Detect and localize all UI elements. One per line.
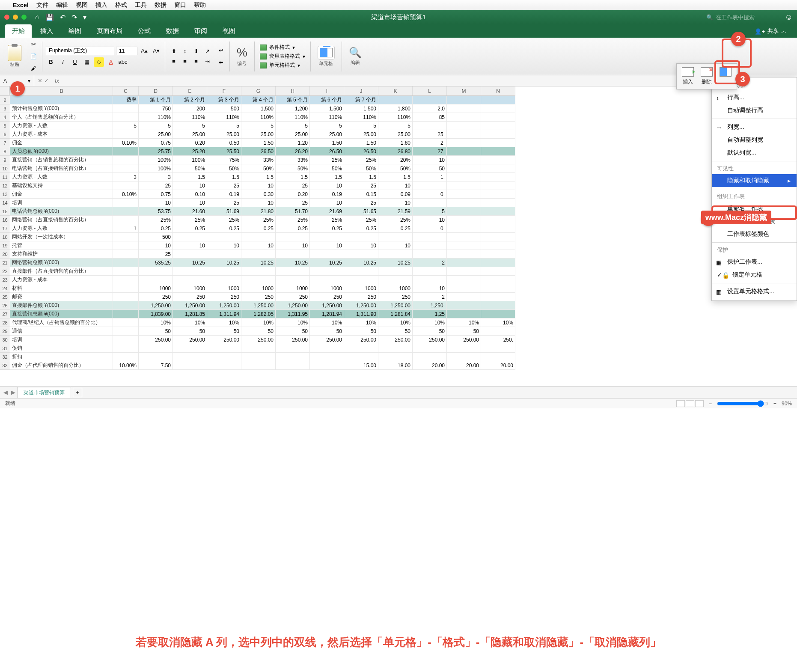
col-header-N[interactable]: N <box>481 86 515 95</box>
row-header-21[interactable]: 21 <box>0 259 10 267</box>
row-header-22[interactable]: 22 <box>0 267 10 276</box>
row-header-10[interactable]: 10 <box>0 164 10 173</box>
cell[interactable]: 1000 <box>344 284 378 292</box>
align-bottom-icon[interactable]: ⬇ <box>191 47 201 56</box>
cell[interactable]: 3 <box>113 173 139 181</box>
cell[interactable]: 10 <box>378 181 413 190</box>
cell[interactable]: 0.25 <box>310 224 344 232</box>
cell[interactable]: 25% <box>344 156 378 164</box>
cell[interactable]: 0.30 <box>241 190 276 198</box>
cell[interactable] <box>447 181 481 190</box>
cell[interactable] <box>139 353 173 361</box>
cell[interactable]: 250 <box>344 293 378 301</box>
row-header-20[interactable]: 20 <box>0 250 10 259</box>
cell[interactable] <box>113 216 139 224</box>
cell[interactable]: 25.00 <box>241 130 276 138</box>
merge-icon[interactable]: ⬌ <box>216 58 226 67</box>
cell[interactable] <box>481 250 515 258</box>
cell[interactable] <box>481 173 515 181</box>
cell[interactable]: 5 <box>310 122 344 130</box>
cell[interactable] <box>344 276 378 284</box>
cell[interactable]: 1,311.95 <box>276 310 310 318</box>
cell[interactable]: 预计销售总额 ¥(000) <box>10 104 113 113</box>
cell[interactable]: 10% <box>139 318 173 327</box>
cell[interactable]: 10 <box>413 156 447 164</box>
cell[interactable]: 0.75 <box>139 190 173 198</box>
cell[interactable]: 5 <box>173 122 207 130</box>
cell[interactable]: 10% <box>378 318 413 327</box>
cell[interactable]: 10 <box>413 284 447 292</box>
cell[interactable]: 1.5 <box>173 173 207 181</box>
cell[interactable]: 10 <box>173 199 207 207</box>
cell[interactable]: 2 <box>413 259 447 267</box>
cell[interactable] <box>447 241 481 250</box>
cell[interactable] <box>207 344 241 352</box>
cell[interactable]: 5 <box>413 207 447 215</box>
cell[interactable]: 10.25 <box>378 259 413 267</box>
cell[interactable] <box>344 344 378 352</box>
cell[interactable] <box>447 224 481 232</box>
cell[interactable]: 人员总额 ¥(000) <box>10 147 113 155</box>
cell[interactable]: 25.75 <box>139 147 173 155</box>
cell[interactable]: 0.10% <box>113 190 139 198</box>
cell[interactable] <box>207 276 241 284</box>
default-width-item[interactable]: 默认列宽... <box>712 146 797 159</box>
cell[interactable] <box>378 250 413 258</box>
row-header-4[interactable]: 4 <box>0 113 10 122</box>
cell[interactable]: 1000 <box>207 284 241 292</box>
cell[interactable] <box>241 344 276 352</box>
cell[interactable] <box>447 156 481 164</box>
cell[interactable] <box>113 344 139 352</box>
cell[interactable]: 10.25 <box>276 259 310 267</box>
cell[interactable] <box>113 164 139 172</box>
tab-data[interactable]: 数据 <box>159 24 186 38</box>
cell[interactable] <box>113 276 139 284</box>
decrease-font-icon[interactable]: A▾ <box>151 46 161 56</box>
prev-sheet-icon[interactable]: ◀ <box>3 389 8 395</box>
cell[interactable]: 10% <box>173 318 207 327</box>
cell[interactable] <box>447 301 481 309</box>
cell[interactable]: 7.50 <box>139 361 173 369</box>
cell[interactable] <box>310 250 344 258</box>
cell[interactable]: 250.00 <box>207 336 241 344</box>
cell[interactable]: 100% <box>173 156 207 164</box>
cell[interactable] <box>481 216 515 224</box>
cell[interactable]: 25% <box>344 216 378 224</box>
cell[interactable]: 0.20 <box>173 139 207 147</box>
cell[interactable] <box>344 353 378 361</box>
cell[interactable] <box>447 284 481 292</box>
cell[interactable]: 250.00 <box>139 336 173 344</box>
cell[interactable] <box>481 104 515 113</box>
cell[interactable]: 1000 <box>276 284 310 292</box>
cell[interactable] <box>139 344 173 352</box>
cell[interactable]: 25% <box>241 216 276 224</box>
cell[interactable]: 个人（占销售总额的百分比） <box>10 113 113 121</box>
menu-format[interactable]: 格式 <box>115 1 127 9</box>
menu-window[interactable]: 窗口 <box>174 1 186 9</box>
cell[interactable]: 10 <box>310 199 344 207</box>
cell[interactable] <box>481 113 515 121</box>
cell[interactable]: 1,839.00 <box>139 310 173 318</box>
row-header-16[interactable]: 16 <box>0 216 10 224</box>
cell[interactable] <box>481 310 515 318</box>
cell[interactable] <box>207 361 241 369</box>
cell[interactable]: 100% <box>139 164 173 172</box>
cell[interactable]: 250.00 <box>173 336 207 344</box>
zoom-level[interactable]: 90% <box>782 401 792 407</box>
cell[interactable]: 250.00 <box>413 336 447 344</box>
cell[interactable] <box>378 276 413 284</box>
cell[interactable]: 0.25 <box>378 224 413 232</box>
col-header-I[interactable]: I <box>310 86 344 95</box>
row-header-5[interactable]: 5 <box>0 122 10 130</box>
cell[interactable]: 10% <box>310 318 344 327</box>
row-header-30[interactable]: 30 <box>0 336 10 344</box>
lock-cell-item[interactable]: ✓🔒锁定单元格 <box>712 268 797 281</box>
cell[interactable] <box>139 267 173 275</box>
menu-file[interactable]: 文件 <box>36 1 48 9</box>
cell[interactable] <box>241 353 276 361</box>
col-header-H[interactable]: H <box>276 86 310 95</box>
cell[interactable]: 25 <box>276 199 310 207</box>
cell[interactable]: 10% <box>241 318 276 327</box>
cell[interactable] <box>207 353 241 361</box>
cell[interactable]: 10.25 <box>173 259 207 267</box>
